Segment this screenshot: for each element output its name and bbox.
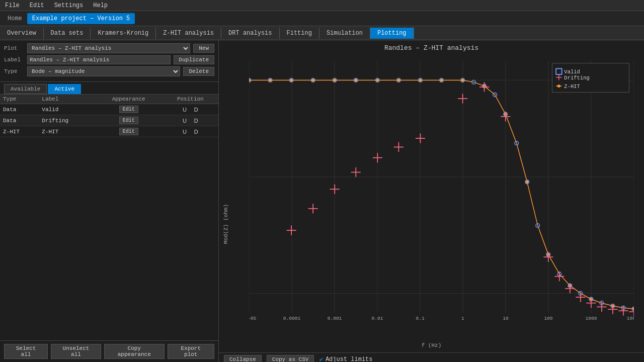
menu-edit[interactable]: Edit xyxy=(25,1,49,10)
col-label: Label xyxy=(39,95,95,104)
svg-text:0.1: 0.1 xyxy=(416,316,424,321)
cell-type: Data xyxy=(0,115,39,126)
edit-appearance-button[interactable]: Edit xyxy=(119,106,138,113)
svg-point-55 xyxy=(269,79,272,82)
checkmark-icon: ✔ xyxy=(319,355,323,362)
svg-point-57 xyxy=(311,79,314,82)
chart-bottom-bar: Collapse Copy as CSV ✔ Adjust limits xyxy=(219,352,644,363)
nav-datasets[interactable]: Data sets xyxy=(44,28,91,39)
nav-zhit[interactable]: Z-HIT analysis xyxy=(156,28,221,39)
nav-overview[interactable]: Overview xyxy=(0,28,44,39)
label-input[interactable] xyxy=(27,55,171,64)
svg-text:10: 10 xyxy=(503,316,509,321)
svg-rect-111 xyxy=(552,63,629,93)
cell-appearance: Edit xyxy=(95,115,163,126)
svg-point-67 xyxy=(526,180,529,184)
menu-settings[interactable]: Settings xyxy=(49,1,89,10)
position-down-button[interactable]: D xyxy=(192,128,200,135)
position-down-button[interactable]: D xyxy=(192,117,200,124)
type-select[interactable]: Bode – magnitude xyxy=(27,66,180,76)
table-row: Data Drifting Edit U D xyxy=(0,115,218,126)
tab-active[interactable]: Active xyxy=(48,84,81,94)
svg-text:Valid: Valid xyxy=(564,69,580,75)
svg-point-64 xyxy=(461,79,464,82)
svg-point-59 xyxy=(354,79,357,82)
tab-available[interactable]: Available xyxy=(4,84,47,94)
cell-appearance: Edit xyxy=(95,104,163,115)
menu-help[interactable]: Help xyxy=(88,1,113,10)
main-content: Plot Randles – Z-HIT analysis New Label … xyxy=(0,40,644,362)
table-row: Data Valid Edit U D xyxy=(0,104,218,115)
new-button[interactable]: New xyxy=(193,44,214,53)
adjust-limits-checkbox-wrap[interactable]: ✔ Adjust limits xyxy=(319,355,372,362)
copy-appearance-button[interactable]: Copy appearance xyxy=(104,344,165,359)
cell-appearance: Edit xyxy=(95,126,163,137)
duplicate-button[interactable]: Duplicate xyxy=(174,55,214,64)
nav-drt[interactable]: DRT analysis xyxy=(221,28,279,39)
cell-position: U D xyxy=(163,115,218,126)
type-label: Type xyxy=(4,68,24,74)
nav-fitting[interactable]: Fitting xyxy=(280,28,319,39)
col-type: Type xyxy=(0,95,39,104)
position-down-button[interactable]: D xyxy=(192,106,200,113)
svg-point-62 xyxy=(419,79,422,82)
unselect-all-button[interactable]: Unselect all xyxy=(51,344,101,359)
collapse-button[interactable]: Collapse xyxy=(224,355,262,363)
svg-text:0.01: 0.01 xyxy=(372,316,383,321)
svg-text:100: 100 xyxy=(544,316,552,321)
svg-point-118 xyxy=(557,84,560,87)
position-up-button[interactable]: U xyxy=(181,128,189,135)
svg-text:1e-05: 1e-05 xyxy=(249,316,257,321)
svg-text:Drifting: Drifting xyxy=(564,75,589,81)
chart-title: Randles – Z-HIT analysis xyxy=(219,40,644,56)
left-panel: Plot Randles – Z-HIT analysis New Label … xyxy=(0,40,219,362)
svg-point-61 xyxy=(397,79,400,82)
label-label: Label xyxy=(4,57,24,63)
series-tabs: Available Active xyxy=(0,82,218,95)
cell-position: U D xyxy=(163,104,218,115)
edit-appearance-button[interactable]: Edit xyxy=(119,117,138,124)
cell-type: Data xyxy=(0,104,39,115)
adjust-limits-label: Adjust limits xyxy=(326,356,373,363)
tab-project[interactable]: Example project – Version 5 xyxy=(27,13,135,24)
x-axis-label: f (Hz) xyxy=(422,342,442,348)
svg-text:1: 1 xyxy=(461,316,464,321)
svg-text:0.0001: 0.0001 xyxy=(283,316,301,321)
series-table: Type Label Appearance Position Data Vali… xyxy=(0,95,218,340)
svg-point-58 xyxy=(333,79,336,82)
position-up-button[interactable]: U xyxy=(181,106,189,113)
plot-controls: Plot Randles – Z-HIT analysis New Label … xyxy=(0,40,218,82)
cell-label: Drifting xyxy=(39,115,95,126)
svg-text:10000: 10000 xyxy=(627,316,634,321)
col-position: Position xyxy=(163,95,218,104)
nav-tabs: Overview Data sets Kramers-Kronig Z-HIT … xyxy=(0,26,644,40)
table-row: Z-HIT Z-HIT Edit U D xyxy=(0,126,218,137)
tab-bar: Home Example project – Version 5 xyxy=(0,11,644,26)
select-all-button[interactable]: Select all xyxy=(4,344,48,359)
cell-label: Valid xyxy=(39,104,95,115)
edit-appearance-button[interactable]: Edit xyxy=(119,128,138,135)
svg-text:Z-HIT: Z-HIT xyxy=(564,83,580,89)
tab-home[interactable]: Home xyxy=(3,13,27,24)
plot-select[interactable]: Randles – Z-HIT analysis xyxy=(27,43,190,53)
chart-container: 10000 1000 100 1e-05 0.0001 0.001 0.01 0… xyxy=(249,61,634,332)
cell-label: Z-HIT xyxy=(39,126,95,137)
nav-kramers[interactable]: Kramers-Kronig xyxy=(91,28,156,39)
chart-svg: 10000 1000 100 1e-05 0.0001 0.001 0.01 0… xyxy=(249,61,634,332)
menu-file[interactable]: File xyxy=(0,1,25,10)
menu-bar: File Edit Settings Help xyxy=(0,0,644,11)
position-up-button[interactable]: U xyxy=(181,117,189,124)
export-plot-button[interactable]: Export plot xyxy=(168,344,215,359)
cell-position: U D xyxy=(163,126,218,137)
svg-text:0.001: 0.001 xyxy=(328,316,342,321)
delete-button[interactable]: Delete xyxy=(183,67,214,76)
nav-plotting[interactable]: Plotting xyxy=(370,28,414,39)
svg-point-56 xyxy=(290,79,293,82)
plot-label: Plot xyxy=(4,45,24,51)
col-appearance: Appearance xyxy=(95,95,163,104)
cell-type: Z-HIT xyxy=(0,126,39,137)
copy-csv-button[interactable]: Copy as CSV xyxy=(267,355,314,363)
svg-text:1000: 1000 xyxy=(586,316,597,321)
svg-rect-0 xyxy=(249,61,634,332)
nav-simulation[interactable]: Simulation xyxy=(319,28,370,39)
